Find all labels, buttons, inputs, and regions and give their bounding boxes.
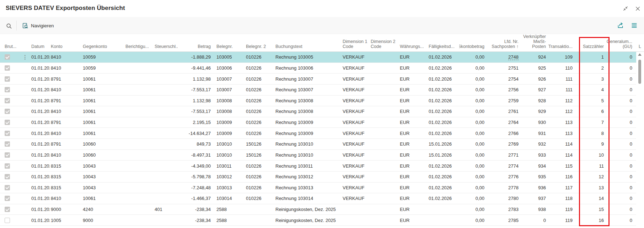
cell-brut[interactable]	[0, 161, 20, 171]
table-row[interactable]: 01.01.2026841010060-8.497,31103010150126…	[0, 150, 636, 161]
column-header-l[interactable]: L	[634, 34, 644, 51]
cell-belegnr[interactable]: 2588	[212, 204, 245, 215]
table-row[interactable]: 01.01.202690004240401-238,342588Reinigun…	[0, 204, 636, 215]
cell-waehrung[interactable]: EUR	[398, 139, 427, 150]
row-checkbox-checked[interactable]	[5, 65, 10, 71]
cell-waehrung[interactable]: EUR	[398, 52, 427, 63]
cell-satz[interactable]: 13	[574, 183, 605, 193]
cell-skonto[interactable]: 0,00	[459, 193, 486, 204]
cell-berichtigu[interactable]	[124, 96, 154, 106]
cell-lfdnr[interactable]: 2783	[486, 204, 520, 215]
cell-belegnr2[interactable]	[245, 204, 275, 215]
cell-buchungstext[interactable]: Rechnung 103010	[275, 150, 341, 161]
cell-datum[interactable]: 01.01.2026	[31, 215, 50, 226]
cell-l[interactable]	[634, 63, 636, 74]
cell-belegnr2[interactable]: 150126	[245, 150, 275, 161]
cell-berichtigu[interactable]	[124, 74, 154, 84]
cell-betrag[interactable]: -7.553,17	[178, 106, 212, 117]
cell-skonto[interactable]: 0,00	[459, 106, 486, 117]
cell-buchungstext[interactable]: Rechnung 103005	[275, 52, 341, 63]
cell-gu[interactable]: 0	[605, 204, 634, 215]
cell-mwst[interactable]: 938	[520, 204, 547, 215]
cell-faelligkeit[interactable]: 01.02.2026	[427, 63, 459, 74]
cell-menu[interactable]	[20, 128, 31, 139]
column-header-mwst[interactable]: Verknüpfter MwSt- Posten	[520, 34, 547, 51]
cell-lfdnr[interactable]: 2769	[486, 139, 520, 150]
cell-menu[interactable]	[20, 150, 31, 161]
cell-gegenkonto[interactable]: 4240	[82, 204, 124, 215]
cell-belegnr[interactable]: 103005	[212, 52, 245, 63]
cell-steuerschl[interactable]	[154, 96, 178, 106]
cell-datum[interactable]: 01.01.2026	[31, 139, 50, 150]
cell-datum[interactable]: 01.01.2026	[31, 117, 50, 128]
cell-dim1[interactable]: VERKAUF	[341, 117, 370, 128]
cell-konto[interactable]: 8791	[50, 96, 82, 106]
cell-steuerschl[interactable]	[154, 52, 178, 63]
cell-belegnr[interactable]: 103008	[212, 96, 245, 106]
cell-waehrung[interactable]: EUR	[398, 183, 427, 193]
table-row[interactable]: 01.01.2026831510043-5.798,78103012010226…	[0, 172, 636, 183]
cell-gu[interactable]: 0	[605, 85, 634, 95]
row-checkbox-checked[interactable]	[5, 152, 10, 158]
cell-l[interactable]	[634, 204, 636, 215]
cell-buchungstext[interactable]: Rechnung 103007	[275, 74, 341, 84]
cell-transaktio[interactable]: 114	[547, 139, 574, 150]
cell-betrag[interactable]: -14.634,27	[178, 128, 212, 139]
cell-faelligkeit[interactable]	[427, 215, 459, 226]
scroll-up-arrow[interactable]	[638, 53, 642, 56]
search-button[interactable]	[5, 22, 13, 30]
cell-transaktio[interactable]: 115	[547, 161, 574, 171]
cell-waehrung[interactable]: EUR	[398, 193, 427, 204]
cell-belegnr2[interactable]: 010226	[245, 63, 275, 74]
table-row[interactable]: 01.01.20268791100612.195,15103009010226R…	[0, 117, 636, 128]
cell-steuerschl[interactable]	[154, 150, 178, 161]
cell-menu[interactable]	[20, 96, 31, 106]
cell-brut[interactable]	[0, 74, 20, 84]
cell-betrag[interactable]: -238,34	[178, 215, 212, 226]
cell-konto[interactable]: 8410	[50, 106, 82, 117]
column-header-datum[interactable]: Datum	[31, 34, 50, 51]
cell-faelligkeit[interactable]: 01.02.2026	[427, 172, 459, 182]
cell-transaktio[interactable]: 111	[547, 85, 574, 95]
cell-satz[interactable]: 8	[574, 128, 605, 139]
cell-menu[interactable]	[20, 63, 31, 74]
cell-buchungstext[interactable]: Rechnung 103013	[275, 183, 341, 193]
cell-gegenkonto[interactable]: 10061	[82, 96, 124, 106]
cell-l[interactable]	[634, 161, 636, 171]
cell-faelligkeit[interactable]: 01.02.2026	[427, 52, 459, 63]
column-header-gu[interactable]: Generalum... (GU)	[605, 34, 634, 51]
table-row[interactable]: 01.01.20268791100611.132,98103008010226R…	[0, 96, 636, 107]
cell-dim1[interactable]: VERKAUF	[341, 63, 370, 74]
cell-skonto[interactable]: 0,00	[459, 128, 486, 139]
cell-konto[interactable]: 8410	[50, 150, 82, 161]
cell-belegnr2[interactable]: 150126	[245, 139, 275, 150]
cell-brut[interactable]	[0, 128, 20, 139]
cell-lfdnr[interactable]: 2754	[486, 74, 520, 84]
cell-menu[interactable]	[20, 215, 31, 226]
cell-belegnr[interactable]: 103006	[212, 63, 245, 74]
cell-l[interactable]	[634, 193, 636, 204]
cell-faelligkeit[interactable]: 01.02.2026	[427, 117, 459, 128]
cell-steuerschl[interactable]: 401	[154, 204, 178, 215]
cell-brut[interactable]	[0, 215, 20, 226]
cell-dim1[interactable]: VERKAUF	[341, 74, 370, 84]
cell-gegenkonto[interactable]: 10061	[82, 117, 124, 128]
row-checkbox-checked[interactable]	[5, 174, 10, 179]
cell-gegenkonto[interactable]: 10061	[82, 193, 124, 204]
cell-belegnr[interactable]: 103008	[212, 106, 245, 117]
cell-skonto[interactable]: 0,00	[459, 52, 486, 63]
cell-faelligkeit[interactable]: 15.01.2026	[427, 150, 459, 161]
cell-menu[interactable]	[20, 139, 31, 150]
cell-gu[interactable]: 0	[605, 183, 634, 193]
cell-menu[interactable]	[20, 204, 31, 215]
cell-belegnr[interactable]: 103009	[212, 128, 245, 139]
cell-satz[interactable]: 3	[574, 74, 605, 84]
cell-betrag[interactable]: 1.132,98	[178, 74, 212, 84]
cell-faelligkeit[interactable]: 15.01.2026	[427, 139, 459, 150]
cell-belegnr2[interactable]	[245, 215, 275, 226]
cell-lfdnr[interactable]: 2759	[486, 96, 520, 106]
cell-dim1[interactable]	[341, 204, 370, 215]
cell-faelligkeit[interactable]	[427, 204, 459, 215]
cell-brut[interactable]	[0, 204, 20, 215]
cell-gegenkonto[interactable]: 10059	[82, 52, 124, 63]
